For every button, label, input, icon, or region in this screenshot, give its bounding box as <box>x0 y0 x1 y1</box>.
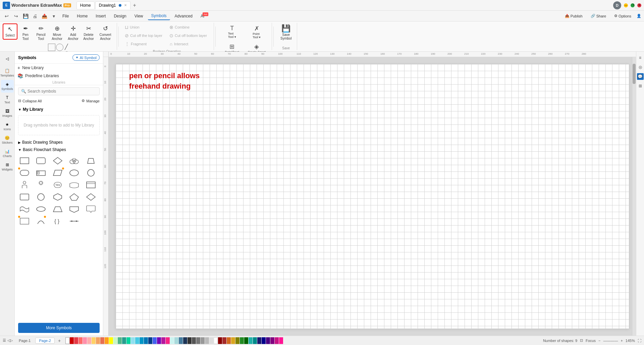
cs-extra11[interactable] <box>262 337 266 344</box>
pen-tool-btn[interactable]: ✒ PenTool <box>18 23 33 42</box>
toolbar-dropdown[interactable]: ▾ <box>50 12 58 20</box>
cs-extra8[interactable] <box>249 337 253 344</box>
cut-bottom-btn[interactable]: ⊙ Cut off bottom layer <box>167 32 211 39</box>
cs-extra5[interactable] <box>235 337 239 344</box>
move-anchor-btn[interactable]: ⊕ MoveAnchor <box>49 23 65 42</box>
menu-symbols[interactable]: Symbols <box>148 12 170 20</box>
color-swatch-23[interactable] <box>166 337 170 344</box>
page-tab-2[interactable]: Page-2 <box>35 338 54 344</box>
menu-view[interactable]: View <box>131 12 147 20</box>
shape-data[interactable] <box>51 167 64 178</box>
color-swatch-5[interactable] <box>87 337 91 344</box>
nav-left-btn[interactable]: ☰ <box>3 338 6 343</box>
union-btn[interactable]: ⊔ Union <box>123 23 166 31</box>
color-swatch-6[interactable] <box>92 337 96 344</box>
color-swatch-13[interactable] <box>122 337 126 344</box>
add-page-btn[interactable]: + <box>56 337 63 344</box>
right-icon-1[interactable]: ≡ <box>637 54 644 61</box>
color-swatch-7[interactable] <box>96 337 100 344</box>
menu-file[interactable]: File <box>59 12 72 20</box>
collapse-nav-btn[interactable]: ◁ <box>1 54 14 63</box>
color-swatch-gray4[interactable] <box>209 337 213 344</box>
shape-pentagon2[interactable] <box>68 204 80 214</box>
intersect-btn[interactable]: ∩ Intersect <box>167 40 211 48</box>
nav-symbols[interactable]: ◈ Symbols <box>1 80 14 93</box>
zoom-out-btn[interactable]: − <box>598 339 600 343</box>
cs-extra6[interactable] <box>240 337 244 344</box>
menu-home[interactable]: Home <box>73 12 91 20</box>
color-swatch-3[interactable] <box>78 337 83 344</box>
color-swatch-4[interactable] <box>83 337 87 344</box>
cs-extra15[interactable] <box>279 337 283 344</box>
cut-top-btn[interactable]: ⊘ Cut off the top layer <box>123 32 166 39</box>
color-swatch-25[interactable] <box>174 337 178 344</box>
color-swatch-17[interactable] <box>140 337 144 344</box>
combine-btn[interactable]: ⊗ Combine <box>167 23 211 31</box>
cs-extra4[interactable] <box>231 337 235 344</box>
toolbar-share-file[interactable]: 📤 <box>40 12 48 20</box>
save-symbol-btn[interactable]: 💾 SaveSymbol <box>278 23 294 42</box>
color-swatch-27[interactable] <box>183 337 187 344</box>
line-tool[interactable]: ╱ <box>65 44 69 50</box>
point-tool-btn[interactable]: ✗ PointTool ▾ <box>245 23 269 40</box>
nav-charts[interactable]: 📊 Charts <box>1 147 14 160</box>
color-swatch-white[interactable] <box>214 337 218 344</box>
tab-home[interactable]: Home <box>76 1 95 9</box>
publish-btn[interactable]: 📤 Publish <box>562 13 585 19</box>
shape-small-rect[interactable] <box>18 192 31 202</box>
shape-trapez2[interactable] <box>51 204 64 214</box>
ai-symbol-btn[interactable]: ✦ AI Symbol <box>72 54 100 61</box>
window-maximize[interactable]: ❐ <box>631 3 635 7</box>
manage-btn[interactable]: ⚙ Manage <box>82 99 100 103</box>
my-library-header[interactable]: ▼ My Library <box>15 106 103 113</box>
shape-rounded-rect2[interactable] <box>18 167 31 178</box>
options-btn[interactable]: ⚙ Options <box>611 13 634 19</box>
new-library-item[interactable]: + New Library <box>15 64 103 72</box>
window-close[interactable]: ✕ <box>637 3 641 7</box>
cs-extra14[interactable] <box>275 337 279 344</box>
shape-rect[interactable] <box>18 155 31 166</box>
toolbar-save[interactable]: 💾 <box>21 12 30 20</box>
shape-hexagon[interactable] <box>51 192 64 202</box>
shape-actor[interactable] <box>35 180 47 190</box>
shape-line-misc[interactable] <box>68 216 80 227</box>
shape-decision[interactable]: Yes <box>51 180 64 190</box>
color-swatch-15[interactable] <box>131 337 135 344</box>
nav-icons[interactable]: ★ Icons <box>1 120 14 133</box>
color-swatch-gray2[interactable] <box>201 337 205 344</box>
search-input[interactable] <box>28 89 97 94</box>
cs-extra2[interactable] <box>222 337 226 344</box>
color-swatch-18[interactable] <box>144 337 148 344</box>
nav-arrows[interactable]: ◁▷ <box>7 338 13 343</box>
shape-square[interactable] <box>48 44 55 51</box>
cs-extra7[interactable] <box>244 337 248 344</box>
shape-circle[interactable] <box>85 167 97 178</box>
nav-widgets[interactable]: ⊞ Widgets <box>1 160 14 173</box>
color-swatch-14[interactable] <box>126 337 130 344</box>
zoom-slider[interactable]: ———— <box>603 339 618 343</box>
color-swatch-black2[interactable] <box>192 337 196 344</box>
cs-extra1[interactable] <box>218 337 222 344</box>
page-tab-1[interactable]: Page-1 <box>15 338 34 343</box>
more-symbols-btn[interactable]: More Symbols <box>18 323 100 333</box>
basic-drawing-header[interactable]: ▶ Basic Drawing Shapes <box>15 139 103 146</box>
shape-oval[interactable] <box>35 204 47 214</box>
color-swatch-21[interactable] <box>157 337 161 344</box>
nav-text[interactable]: T Text <box>1 93 14 106</box>
menu-insert[interactable]: Insert <box>92 12 109 20</box>
canvas[interactable]: pen or pencil allows freehand drawing <box>109 57 636 336</box>
shape-decision2[interactable] <box>85 192 97 202</box>
menu-advanced[interactable]: Advanced <box>171 12 196 20</box>
shape-tape[interactable] <box>68 180 80 190</box>
right-icon-2[interactable]: ◎ <box>637 64 644 70</box>
shape-circle-outline[interactable] <box>56 44 63 51</box>
cs-extra10[interactable] <box>257 337 261 344</box>
text-tool-btn[interactable]: T TextTool ▾ <box>220 23 244 40</box>
shape-pentagon[interactable] <box>68 192 80 202</box>
color-swatch-11[interactable] <box>113 337 117 344</box>
nav-templates[interactable]: 📋 Templates <box>1 66 14 79</box>
color-swatch-gray1[interactable] <box>196 337 200 344</box>
shape-rounded-rect[interactable] <box>35 155 47 166</box>
pencil-tool-btn[interactable]: ✏ PencilTool <box>34 23 48 42</box>
color-swatch-10[interactable] <box>109 337 113 344</box>
